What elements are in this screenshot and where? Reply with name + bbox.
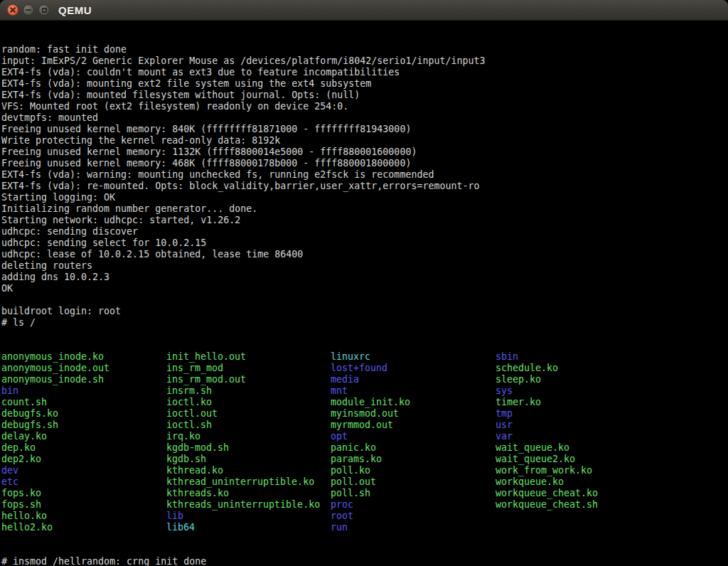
file-entry: ioctl.ko	[166, 397, 212, 407]
file-entry: poll.out	[331, 476, 376, 487]
file-entry: workqueue_cheat.sh	[496, 499, 598, 510]
qemu-window: QEMU random: fast init doneinput: ImExPS…	[0, 0, 728, 566]
file-entry: ins_rm_mod	[166, 363, 223, 373]
terminal-line: devtmpfs: mounted	[1, 112, 728, 124]
terminal-line: Starting network: udhcpc: started, v1.26…	[1, 215, 728, 226]
file-entry: debugfs.ko	[1, 408, 58, 419]
terminal-line: schedule.ko	[496, 363, 598, 374]
ls-column: linuxrclost+foundmediamntmodule_init.kom…	[331, 351, 410, 533]
file-entry: delay.ko	[1, 431, 47, 442]
file-entry: workqueue_cheat.ko	[496, 488, 598, 498]
terminal-line: EXT4-fs (vda): mounted filesystem withou…	[1, 90, 728, 101]
terminal-line: sys	[496, 385, 598, 397]
terminal-line: kthread.ko	[166, 465, 320, 476]
file-entry: kthread_uninterruptible.ko	[166, 476, 314, 487]
terminal-line: Freeing unused kernel memory: 468K (ffff…	[1, 158, 728, 169]
terminal-line: kgdb.sh	[166, 454, 320, 465]
terminal-line: Freeing unused kernel memory: 840K (ffff…	[1, 124, 728, 135]
ls-column: anonymous_inode.koanonymous_inode.outano…	[1, 351, 109, 533]
terminal-line: Starting logging: OK	[1, 192, 728, 203]
terminal-line: ioctl.sh	[166, 420, 320, 431]
terminal-line: hello.ko	[1, 511, 109, 522]
terminal-line: kthreads.ko	[166, 488, 320, 499]
terminal-line: anonymous_inode.out	[1, 363, 109, 374]
terminal-line: myrmmod.out	[331, 420, 410, 431]
terminal-line: wait_queue.ko	[496, 442, 598, 454]
terminal-line: poll.ko	[331, 465, 410, 476]
terminal-line: udhcpc: sending discover	[1, 226, 728, 237]
minimize-icon	[26, 9, 31, 11]
terminal-line: linuxrc	[331, 351, 410, 363]
file-entry: usr	[496, 420, 513, 430]
terminal-line: Initializing random number generator... …	[1, 203, 728, 215]
terminal-line: fops.ko	[1, 488, 109, 499]
terminal-line: lib64	[166, 522, 320, 533]
file-entry: kgdb-mod.sh	[166, 442, 229, 453]
terminal-line: tmp	[496, 408, 598, 420]
file-entry: schedule.ko	[496, 363, 558, 373]
file-entry: wait_queue.ko	[496, 442, 569, 453]
terminal-line: workqueue_cheat.sh	[496, 499, 598, 511]
file-entry: count.sh	[1, 397, 47, 407]
terminal-screen[interactable]: random: fast init doneinput: ImExPS/2 Ge…	[0, 21, 728, 566]
terminal-line: # insmod /hellrandom: crng init done	[1, 556, 728, 566]
terminal-line: lost+found	[331, 363, 410, 374]
terminal-line: myinsmod.out	[331, 408, 410, 420]
terminal-line: deleting routers	[1, 260, 728, 272]
terminal-line: proc	[331, 499, 410, 511]
file-entry: irq.ko	[166, 431, 200, 442]
file-entry: ins_rm_mod.out	[166, 374, 246, 385]
close-button[interactable]	[7, 4, 18, 16]
terminal-line: dep2.ko	[1, 454, 109, 465]
file-entry: insrm.sh	[166, 385, 212, 396]
file-entry: dev	[1, 465, 18, 476]
terminal-line: usr	[496, 420, 598, 431]
terminal-line: ins_rm_mod.out	[166, 374, 320, 385]
file-entry: hello.ko	[1, 511, 47, 521]
terminal-line: ioctl.out	[166, 408, 320, 420]
terminal-line: fops.sh	[1, 499, 109, 511]
file-entry: sys	[496, 385, 513, 396]
terminal-line: count.sh	[1, 397, 109, 408]
file-entry: params.ko	[331, 454, 382, 464]
terminal-line: Freeing unused kernel memory: 1132K (fff…	[1, 146, 728, 158]
file-entry: poll.ko	[331, 465, 370, 476]
file-entry: module_init.ko	[331, 397, 410, 407]
file-entry: bin	[1, 385, 18, 396]
terminal-line: dep.ko	[1, 442, 109, 454]
file-entry: lib	[166, 511, 183, 521]
file-entry: init_hello.out	[166, 351, 246, 362]
terminal-line: params.ko	[331, 454, 410, 465]
file-entry: linuxrc	[331, 351, 370, 362]
file-entry: etc	[1, 476, 18, 487]
terminal-line: run	[331, 522, 410, 533]
terminal-line: random: fast init done	[1, 44, 728, 55]
terminal-line: buildroot login: root	[1, 306, 728, 317]
terminal-line: media	[331, 374, 410, 385]
terminal-line: lib	[166, 511, 320, 522]
terminal-line: EXT4-fs (vda): couldn't mount as ext3 du…	[1, 67, 728, 78]
ls-output: anonymous_inode.koanonymous_inode.outano…	[1, 351, 728, 533]
terminal-line: udhcpc: sending select for 10.0.2.15	[1, 237, 728, 249]
minimize-button[interactable]	[23, 4, 34, 16]
titlebar[interactable]: QEMU	[0, 0, 728, 21]
terminal-line: EXT4-fs (vda): warning: mounting uncheck…	[1, 169, 728, 181]
file-entry: work_from_work.ko	[496, 465, 592, 476]
terminal-line: VFS: Mounted root (ext2 filesystem) read…	[1, 101, 728, 112]
terminal-line: kthreads_uninterruptible.ko	[166, 499, 320, 511]
terminal-line: debugfs.sh	[1, 420, 109, 431]
file-entry: tmp	[496, 408, 513, 419]
terminal-line: EXT4-fs (vda): mounting ext2 file system…	[1, 78, 728, 90]
maximize-button[interactable]	[38, 4, 50, 16]
terminal-line: hello2.ko	[1, 522, 109, 533]
file-entry: anonymous_inode.out	[1, 363, 109, 373]
file-entry: kthread.ko	[166, 465, 223, 476]
file-entry: root	[331, 511, 353, 521]
terminal-line: timer.ko	[496, 397, 598, 408]
terminal-line: # ls /	[1, 317, 728, 329]
terminal-line	[1, 294, 728, 306]
file-entry: dep.ko	[1, 442, 36, 453]
terminal-line: kgdb-mod.sh	[166, 442, 320, 454]
file-entry: opt	[331, 431, 348, 442]
file-entry: sbin	[496, 351, 518, 362]
